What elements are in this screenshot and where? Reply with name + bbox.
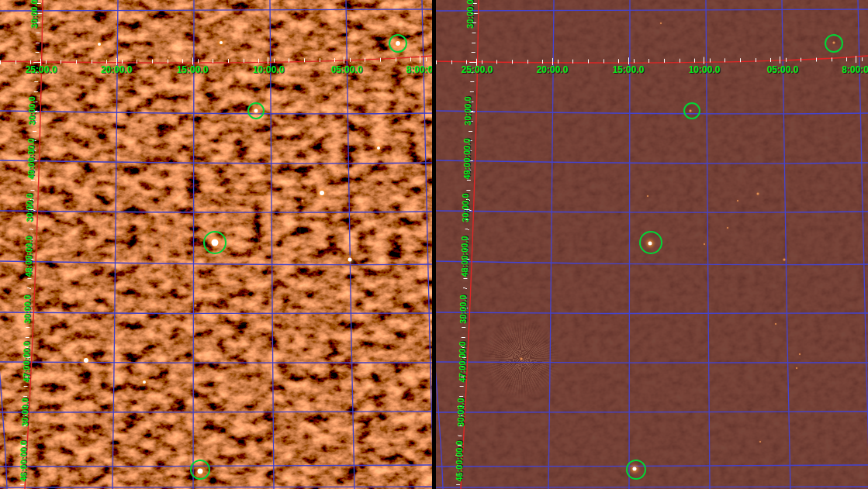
point-source xyxy=(372,433,374,436)
point-source xyxy=(84,358,88,363)
dec-tick-label: 30:00.0 xyxy=(23,294,32,323)
ra-tick-label: 20:00.0 xyxy=(537,65,569,74)
source-marker-circle xyxy=(639,231,662,254)
frame-clean-image[interactable]: 25:00.020:00.015:00.010:00.005:00.08:00:… xyxy=(436,0,868,489)
source-marker-circle xyxy=(190,460,210,480)
point-source xyxy=(520,358,523,360)
point-source xyxy=(337,170,338,172)
source-marker-circle xyxy=(825,34,843,53)
dec-tick-label: 46:00:00.0 xyxy=(455,440,464,481)
source-marker-circle xyxy=(203,231,227,254)
point-source xyxy=(302,200,304,202)
dec-tick-label: 30:00.0 xyxy=(21,398,29,426)
dec-tick-label: 30:00.0 xyxy=(28,96,36,125)
point-source xyxy=(98,43,101,46)
point-source xyxy=(330,93,332,95)
ra-tick-label: 05:00.0 xyxy=(767,65,799,74)
dec-tick-label: 30:00.0 xyxy=(26,193,34,222)
ra-tick-label: 25:00.0 xyxy=(462,65,493,74)
ra-tick-label: 8:00:00 xyxy=(842,65,868,74)
dec-tick-label: 30:00.0 xyxy=(459,294,468,323)
frame-dirty-image[interactable]: 25:00.020:00.015:00.010:00.005:00.08:00:… xyxy=(0,0,432,489)
astronomy-image-viewer: 25:00.020:00.015:00.010:00.005:00.08:00:… xyxy=(0,0,868,489)
source-marker-circle xyxy=(389,34,407,53)
ra-tick-label: 20:00.0 xyxy=(101,65,133,74)
source-marker-circle xyxy=(683,102,700,119)
point-source xyxy=(283,79,285,81)
ra-tick-label: 10:00.0 xyxy=(689,65,721,74)
dec-tick-label: 30:00.0 xyxy=(462,193,470,222)
point-source xyxy=(727,227,728,229)
point-source xyxy=(320,191,324,195)
annotation-overlay: 25:00.020:00.015:00.010:00.005:00.08:00:… xyxy=(0,0,432,489)
point-source xyxy=(759,441,761,443)
point-source xyxy=(168,57,171,59)
dec-tick-label: 47:00:00.0 xyxy=(22,341,31,382)
ra-tick-label: 10:00.0 xyxy=(253,65,285,74)
point-source xyxy=(799,353,801,355)
ra-tick-label: 15:00.0 xyxy=(613,65,645,74)
dec-tick-label: 30:00.0 xyxy=(466,0,475,29)
point-source xyxy=(220,41,223,44)
dec-tick-label: 48:00:00.0 xyxy=(25,236,33,277)
point-source xyxy=(147,71,148,73)
point-source xyxy=(195,305,197,307)
annotation-overlay: 25:00.020:00.015:00.010:00.005:00.08:00:… xyxy=(436,0,868,489)
point-source xyxy=(704,243,705,245)
dec-tick-label: 49:00:00.0 xyxy=(463,138,472,179)
point-source xyxy=(416,334,418,336)
source-marker-circle xyxy=(626,460,646,480)
point-source xyxy=(647,195,648,197)
point-source xyxy=(377,146,380,150)
dec-tick-label: 30:00.0 xyxy=(464,96,472,125)
point-source xyxy=(354,171,356,174)
point-source xyxy=(757,193,759,195)
point-source xyxy=(76,352,78,354)
source-marker-circle xyxy=(247,102,265,119)
dec-tick-label: 30:00.0 xyxy=(30,0,39,29)
point-source xyxy=(775,323,776,325)
point-source xyxy=(796,367,797,369)
point-source xyxy=(247,431,250,433)
point-source xyxy=(359,353,361,356)
dec-tick-label: 30:00.0 xyxy=(457,398,465,426)
point-source xyxy=(46,162,48,164)
point-source xyxy=(348,258,352,262)
ra-tick-label: 8:00:00 xyxy=(406,65,432,74)
dec-tick-label: 48:00:00.0 xyxy=(461,236,469,277)
ra-tick-label: 25:00.0 xyxy=(26,65,57,74)
ra-tick-label: 05:00.0 xyxy=(331,65,363,74)
point-source xyxy=(783,259,786,261)
dec-tick-label: 47:00:00.0 xyxy=(458,341,467,382)
dec-tick-label: 49:00:00.0 xyxy=(27,138,36,179)
point-source xyxy=(737,200,738,201)
point-source xyxy=(660,22,662,24)
ra-tick-label: 15:00.0 xyxy=(177,65,209,74)
dec-tick-label: 46:00:00.0 xyxy=(19,440,28,481)
point-source xyxy=(143,381,146,384)
